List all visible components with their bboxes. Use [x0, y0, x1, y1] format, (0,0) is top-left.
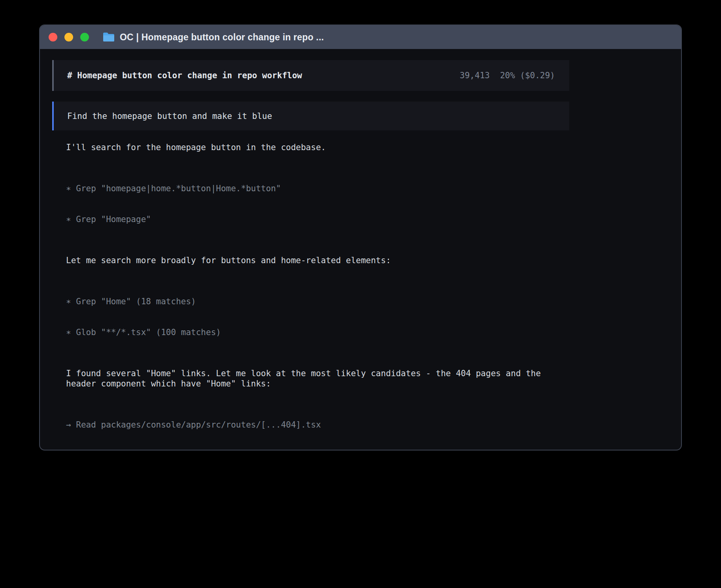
- user-message-text: Find the homepage button and make it blu…: [67, 111, 272, 121]
- transcript: I'll search for the homepage button in t…: [66, 142, 569, 450]
- tool-call-read: → Read packages/console/app/src/routes/[…: [66, 420, 569, 430]
- tool-call-grep: ∗ Grep "Homepage": [66, 214, 569, 224]
- assistant-message: I found several "Home" links. Let me loo…: [66, 368, 569, 389]
- tool-call-group: ∗ Grep "Home" (18 matches) ∗ Glob "**/*.…: [66, 276, 569, 358]
- tool-call-grep: ∗ Grep "Home" (18 matches): [66, 296, 569, 307]
- session-header: # Homepage button color change in repo w…: [52, 60, 569, 91]
- folder-icon: [102, 32, 115, 42]
- close-button[interactable]: [49, 33, 57, 41]
- tool-call-group: ∗ Grep "homepage|home.*button|Home.*butt…: [66, 163, 569, 245]
- window-title: OC | Homepage button color change in rep…: [120, 32, 324, 43]
- minimize-button[interactable]: [64, 33, 73, 41]
- tool-call-grep: ∗ Grep "homepage|home.*button|Home.*butt…: [66, 183, 569, 194]
- tool-call-group: → Read packages/console/app/src/routes/[…: [66, 399, 569, 450]
- session-title: # Homepage button color change in repo w…: [67, 71, 302, 80]
- user-message: Find the homepage button and make it blu…: [52, 102, 569, 130]
- assistant-message: Let me search more broadly for buttons a…: [66, 255, 569, 266]
- titlebar: OC | Homepage button color change in rep…: [40, 25, 681, 49]
- terminal-window: OC | Homepage button color change in rep…: [39, 24, 682, 450]
- tool-call-glob: ∗ Glob "**/*.tsx" (100 matches): [66, 327, 569, 337]
- token-count: 39,413: [460, 71, 490, 80]
- zoom-button[interactable]: [80, 33, 89, 41]
- assistant-message: I'll search for the homepage button in t…: [66, 142, 569, 153]
- session-stats: 39,413 20% ($0.29): [460, 71, 555, 80]
- context-usage: 20% ($0.29): [500, 71, 555, 80]
